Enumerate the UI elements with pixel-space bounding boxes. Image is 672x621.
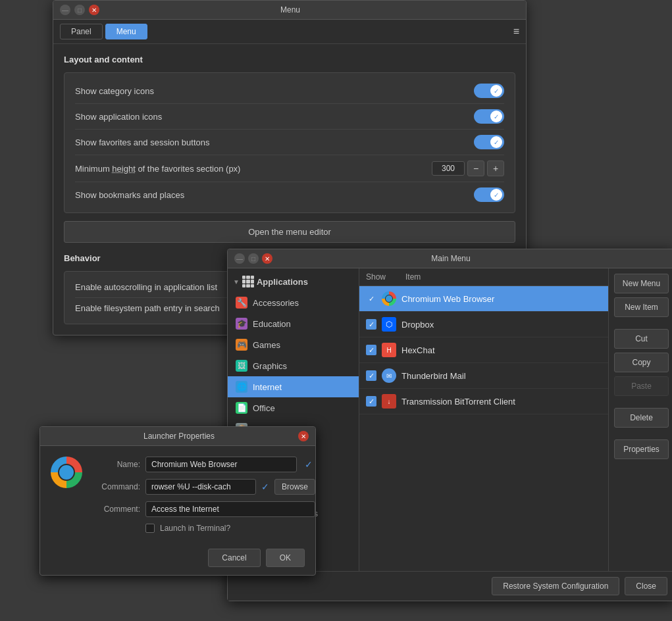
command-confirm-icon[interactable]: ✓ xyxy=(259,482,272,492)
window-controls: — □ ✕ xyxy=(60,5,99,15)
toggle-bookmarks[interactable] xyxy=(474,187,504,202)
terminal-checkbox[interactable] xyxy=(145,524,155,533)
category-office[interactable]: 📄 Office xyxy=(228,397,359,418)
window-title: Menu xyxy=(99,5,481,14)
setting-label-autoscroll: Enable autoscrolling in application list xyxy=(75,282,217,292)
item-row-dropbox[interactable]: ⬡ Dropbox xyxy=(359,312,608,337)
category-label-accessories: Accessories xyxy=(253,298,299,308)
toggle-knob-category-icons xyxy=(490,85,502,97)
browse-button[interactable]: Browse xyxy=(274,479,315,495)
ok-button[interactable]: OK xyxy=(266,549,305,567)
name-input[interactable] xyxy=(145,457,297,472)
popup-maximize-button[interactable]: □ xyxy=(248,253,259,264)
increment-height-button[interactable]: + xyxy=(487,161,504,176)
command-field-label: Command: xyxy=(93,482,140,491)
properties-button[interactable]: Properties xyxy=(614,439,669,459)
category-header-applications[interactable]: ▼ Applications xyxy=(228,271,359,292)
close-popup-button[interactable]: Close xyxy=(625,577,667,595)
dialog-body: Name: ✓ Command: ✓ Browse Comment: xyxy=(40,446,315,543)
restore-system-button[interactable]: Restore System Configuration xyxy=(492,577,619,595)
hexchat-icon: H xyxy=(382,343,396,357)
new-item-button[interactable]: New Item xyxy=(614,297,669,317)
comment-field-label: Comment: xyxy=(93,505,140,514)
applications-label: Applications xyxy=(257,277,308,287)
category-internet[interactable]: 🌐 Internet xyxy=(228,376,359,397)
hamburger-menu-button[interactable]: ≡ xyxy=(513,26,519,37)
setting-bookmarks: Show bookmarks and places xyxy=(75,182,504,207)
transmission-icon: ↓ xyxy=(382,394,396,409)
graphics-icon: 🖼 xyxy=(236,360,247,372)
cut-button[interactable]: Cut xyxy=(614,329,669,349)
decrement-height-button[interactable]: − xyxy=(467,161,484,176)
popup-close-button[interactable]: ✕ xyxy=(262,253,272,264)
internet-icon: 🌐 xyxy=(236,381,247,393)
cancel-button[interactable]: Cancel xyxy=(208,549,260,567)
dialog-app-icon[interactable] xyxy=(51,457,82,488)
setting-category-icons: Show category icons xyxy=(75,78,504,104)
item-checkbox-chromium[interactable] xyxy=(366,293,376,304)
dialog-fields: Name: ✓ Command: ✓ Browse Comment: xyxy=(93,457,315,533)
setting-favorites: Show favorites and session buttons xyxy=(75,130,504,155)
tab-panel[interactable]: Panel xyxy=(60,24,103,39)
name-field-label: Name: xyxy=(93,460,140,469)
toggle-category-icons[interactable] xyxy=(474,84,504,98)
copy-button[interactable]: Copy xyxy=(614,353,669,372)
tab-menu[interactable]: Menu xyxy=(105,24,147,39)
applications-grid-icon xyxy=(242,276,254,287)
column-header-show: Show xyxy=(366,272,392,282)
item-row-thunderbird[interactable]: ✉ Thunderbird Mail xyxy=(359,363,608,389)
field-row-name: Name: ✓ xyxy=(93,457,315,472)
command-input[interactable] xyxy=(145,479,256,495)
item-row-hexchat[interactable]: H HexChat xyxy=(359,337,608,363)
category-graphics[interactable]: 🖼 Graphics xyxy=(228,355,359,376)
setting-label-filesystem: Enable filesystem path entry in search xyxy=(75,303,220,313)
popup-title: Main Menu xyxy=(272,254,629,263)
settings-panel: Layout and content Show category icons S… xyxy=(53,44,526,253)
setting-label-bookmarks: Show bookmarks and places xyxy=(75,190,184,200)
launch-terminal-row: Launch in Terminal? xyxy=(93,524,315,533)
paste-button[interactable]: Paste xyxy=(614,376,669,396)
office-icon: 📄 xyxy=(236,402,247,414)
item-row-transmission[interactable]: ↓ Transmission BitTorrent Client xyxy=(359,389,608,414)
toggle-knob-bookmarks xyxy=(490,189,502,201)
popup-titlebar: — □ ✕ Main Menu xyxy=(228,249,672,268)
toggle-knob-favorites xyxy=(490,136,502,148)
category-accessories[interactable]: 🔧 Accessories xyxy=(228,292,359,313)
tabs-bar: Panel Menu ≡ xyxy=(53,20,526,44)
item-checkbox-thunderbird[interactable] xyxy=(366,370,376,381)
layout-settings-group: Show category icons Show application ico… xyxy=(64,72,515,213)
dialog-title: Launcher Properties xyxy=(60,432,298,441)
name-confirm-icon[interactable]: ✓ xyxy=(302,459,315,470)
dialog-close-button[interactable]: ✕ xyxy=(298,431,309,441)
comment-input[interactable] xyxy=(145,501,315,517)
item-name-chromium: Chromium Web Browser xyxy=(401,294,602,304)
open-editor-button[interactable]: Open the menu editor xyxy=(64,221,515,243)
category-education[interactable]: 🎓 Education xyxy=(228,313,359,334)
category-label-graphics: Graphics xyxy=(253,361,287,371)
close-button[interactable]: ✕ xyxy=(89,5,99,15)
layout-section-title: Layout and content xyxy=(64,55,515,64)
maximize-button[interactable]: □ xyxy=(74,5,85,15)
item-row-chromium[interactable]: Chromium Web Browser xyxy=(359,286,608,312)
toggle-knob-app-icons xyxy=(490,111,502,122)
setting-app-icons: Show application icons xyxy=(75,104,504,130)
setting-min-height: Minimum height of the favorites section … xyxy=(75,155,504,182)
item-checkbox-hexchat[interactable] xyxy=(366,345,376,355)
terminal-label: Launch in Terminal? xyxy=(160,524,230,533)
dialog-titlebar: Launcher Properties ✕ xyxy=(40,427,315,446)
dialog-footer: Cancel OK xyxy=(40,543,315,575)
category-label-office: Office xyxy=(253,403,275,413)
new-menu-button[interactable]: New Menu xyxy=(614,274,669,293)
toggle-favorites[interactable] xyxy=(474,135,504,149)
accessories-icon: 🔧 xyxy=(236,297,247,309)
item-checkbox-dropbox[interactable] xyxy=(366,319,376,330)
item-checkbox-transmission[interactable] xyxy=(366,396,376,407)
popup-minimize-button[interactable]: — xyxy=(234,253,245,264)
toggle-app-icons[interactable] xyxy=(474,109,504,124)
minimize-button[interactable]: — xyxy=(60,5,70,15)
item-name-thunderbird: Thunderbird Mail xyxy=(401,371,602,381)
column-header-item: Item xyxy=(405,272,602,282)
delete-button[interactable]: Delete xyxy=(614,408,669,428)
item-name-dropbox: Dropbox xyxy=(401,320,602,330)
category-games[interactable]: 🎮 Games xyxy=(228,334,359,355)
